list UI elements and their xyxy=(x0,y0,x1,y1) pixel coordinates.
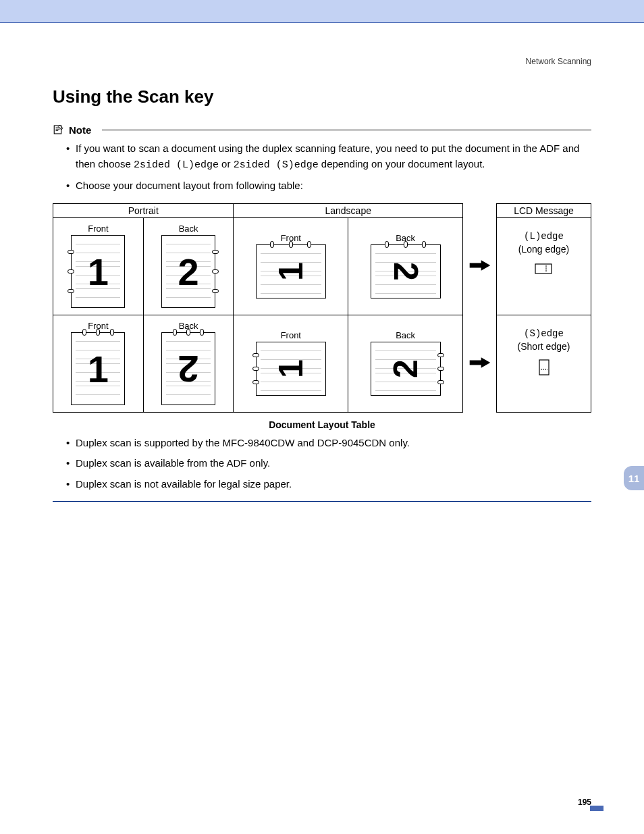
breadcrumb: Network Scanning xyxy=(53,57,591,66)
arrow-right-icon xyxy=(468,259,491,272)
cell-portrait-back: Back 2 xyxy=(143,217,234,315)
page-accent xyxy=(590,806,603,811)
header-bar xyxy=(0,0,644,23)
page-number-glyph: 2 xyxy=(386,359,425,378)
long-edge-icon xyxy=(535,262,554,280)
page-number-glyph: 2 xyxy=(178,347,199,391)
text: depending on your document layout. xyxy=(319,158,485,170)
divider xyxy=(102,130,591,130)
label-front: Front xyxy=(236,329,345,342)
page-number-glyph: 1 xyxy=(88,347,109,391)
svg-rect-2 xyxy=(539,360,549,375)
note-icon xyxy=(53,124,65,136)
cell-portrait-front: Front 1 xyxy=(53,217,144,315)
lcd-long-edge: (L)edge (Long edge) xyxy=(497,217,591,315)
svg-rect-1 xyxy=(535,264,552,273)
page-number-glyph: 2 xyxy=(178,250,199,294)
list-item: Duplex scan is not available for legal s… xyxy=(66,477,591,492)
svg-rect-0 xyxy=(54,126,61,134)
list-item: Duplex scan is available from the ADF on… xyxy=(66,456,591,471)
lcd-code: (S)edge xyxy=(500,328,588,341)
arrow-right-icon xyxy=(468,356,491,369)
cell-landscape-front: Front 1 xyxy=(234,315,348,412)
th-landscape: Landscape xyxy=(234,203,463,217)
lcd-code: (L)edge xyxy=(500,230,588,244)
lcd-label: (Long edge) xyxy=(500,243,588,257)
divider xyxy=(53,501,591,502)
page-number-glyph: 1 xyxy=(271,359,311,378)
note-block: Note If you want to scan a document usin… xyxy=(53,124,591,502)
cell-portrait-back: Back 2 xyxy=(143,315,234,412)
lcd-short-edge: (S)edge (Short edge) xyxy=(497,315,591,412)
page-title: Using the Scan key xyxy=(53,86,591,107)
th-portrait: Portrait xyxy=(53,203,234,217)
cell-landscape-back: Back 2 xyxy=(348,315,463,412)
page-number-glyph: 1 xyxy=(88,250,109,294)
short-edge-icon xyxy=(538,359,550,381)
code-text: 2sided (L)edge xyxy=(134,159,219,171)
document-layout-table: Portrait Landscape LCD Message Front 1 B… xyxy=(53,203,591,413)
note-label: Note xyxy=(69,124,91,136)
note-list: If you want to scan a document using the… xyxy=(53,141,591,194)
page-number: 195 xyxy=(578,798,591,807)
cell-landscape-front: Front 1 xyxy=(234,217,348,315)
page-number-glyph: 2 xyxy=(386,262,425,281)
label-back: Back xyxy=(146,222,231,235)
page-number-glyph: 1 xyxy=(271,262,311,281)
list-item: If you want to scan a document using the… xyxy=(66,141,591,173)
text: or xyxy=(219,158,234,170)
label-back: Back xyxy=(351,329,460,342)
cell-landscape-back: Back 2 xyxy=(348,217,463,315)
post-note-list: Duplex scan is supported by the MFC-9840… xyxy=(53,436,591,492)
th-lcd: LCD Message xyxy=(497,203,591,217)
cell-portrait-front: Front 1 xyxy=(53,315,144,412)
list-item: Choose your document layout from followi… xyxy=(66,178,591,194)
section-tab: 11 xyxy=(624,466,644,490)
table-caption: Document Layout Table xyxy=(53,419,591,430)
code-text: 2sided (S)edge xyxy=(234,159,319,171)
list-item: Duplex scan is supported by the MFC-9840… xyxy=(66,436,591,451)
lcd-label: (Short edge) xyxy=(500,340,588,354)
label-front: Front xyxy=(56,222,140,235)
